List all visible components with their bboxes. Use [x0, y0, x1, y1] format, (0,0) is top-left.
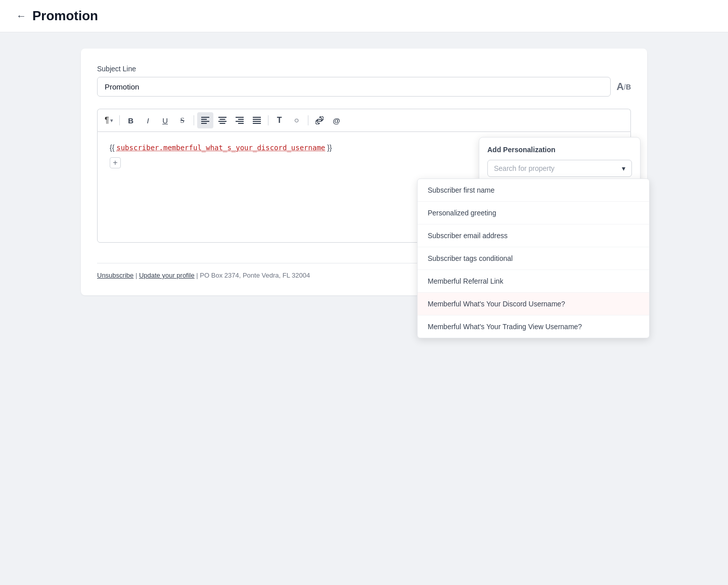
content-before: {{ — [110, 144, 116, 152]
svg-rect-11 — [238, 123, 244, 124]
bold-button[interactable]: B — [123, 112, 139, 128]
text-toolbar: ¶ ▾ B I U S T ○ — [97, 109, 631, 131]
paragraph-icon: ¶ — [105, 116, 109, 125]
subject-row: A / B — [97, 77, 631, 97]
back-button[interactable]: ← — [16, 10, 26, 22]
svg-rect-3 — [201, 123, 207, 124]
unsubscribe-link[interactable]: Unsubscribe — [97, 272, 133, 279]
subject-line-input[interactable] — [97, 77, 611, 97]
search-property-placeholder: Search for property — [494, 164, 555, 172]
svg-rect-7 — [219, 123, 225, 124]
list-item[interactable]: Memberful Referral Link — [418, 270, 649, 293]
toolbar-sep-1 — [119, 115, 120, 125]
footer-separator-1: | — [135, 272, 139, 279]
content-after: }} — [325, 144, 332, 152]
personalization-popup: Add Personalization Search for property … — [479, 137, 641, 186]
underline-button[interactable]: U — [157, 112, 173, 128]
toolbar-sep-4 — [308, 115, 308, 125]
text-size-button[interactable]: T — [271, 112, 288, 128]
link-button[interactable] — [311, 112, 328, 128]
ab-a: A — [617, 81, 624, 93]
svg-rect-5 — [219, 119, 225, 120]
item-label: Subscriber email address — [428, 232, 508, 240]
item-label: Memberful What's Your Discord Username? — [428, 300, 565, 308]
strikethrough-button[interactable]: S — [174, 112, 191, 128]
svg-rect-8 — [236, 117, 244, 118]
main-content: Subject Line A / B ¶ ▾ B I U S — [61, 32, 667, 311]
align-right-button[interactable] — [232, 112, 248, 128]
update-profile-link[interactable]: Update your profile — [139, 272, 195, 279]
align-center-button[interactable] — [214, 112, 231, 128]
svg-rect-0 — [201, 117, 209, 118]
list-item-highlighted[interactable]: Memberful What's Your Discord Username? — [418, 293, 649, 316]
personalization-dropdown-wrapper: Add Personalization Search for property … — [479, 137, 641, 186]
paragraph-chevron: ▾ — [110, 117, 113, 124]
item-label: Subscriber tags conditional — [428, 254, 513, 262]
item-label: Memberful What's Your Trading View Usern… — [428, 323, 582, 331]
subject-line-section: Subject Line A / B — [97, 65, 631, 97]
list-item[interactable]: Memberful What's Your Trading View Usern… — [418, 316, 649, 338]
italic-button[interactable]: I — [140, 112, 156, 128]
page-title: Promotion — [32, 8, 98, 24]
item-label: Subscriber first name — [428, 186, 494, 194]
circle-button[interactable]: ○ — [289, 112, 305, 128]
subject-line-label: Subject Line — [97, 65, 631, 73]
svg-rect-12 — [253, 117, 261, 118]
toolbar-sep-3 — [268, 115, 268, 125]
svg-rect-10 — [236, 121, 244, 122]
item-label: Personalized greeting — [428, 209, 496, 217]
personalization-list: Subscriber first name Personalized greet… — [417, 178, 650, 338]
item-label: Memberful Referral Link — [428, 277, 503, 285]
content-card: Subject Line A / B ¶ ▾ B I U S — [81, 49, 647, 295]
footer-address: | PO Box 2374, Ponte Vedra, FL 32004 — [196, 272, 310, 279]
add-block-button[interactable]: + — [110, 157, 121, 168]
svg-rect-4 — [218, 117, 226, 118]
list-item[interactable]: Personalized greeting — [418, 202, 649, 224]
search-chevron-icon: ▾ — [622, 164, 625, 172]
toolbar-sep-2 — [194, 115, 194, 125]
svg-rect-1 — [201, 119, 207, 120]
align-justify-button[interactable] — [249, 112, 265, 128]
align-left-button[interactable] — [197, 112, 213, 128]
list-item[interactable]: Subscriber tags conditional — [418, 247, 649, 270]
mention-button[interactable]: @ — [329, 112, 345, 128]
paragraph-dropdown[interactable]: ¶ ▾ — [102, 112, 116, 128]
list-item[interactable]: Subscriber first name — [418, 179, 649, 202]
svg-rect-2 — [201, 121, 209, 122]
page-header: ← Promotion — [0, 0, 728, 32]
search-property-dropdown[interactable]: Search for property ▾ Subscriber first n… — [487, 160, 632, 177]
svg-rect-14 — [253, 121, 261, 122]
personalization-tag: subscriber.memberful_what_s_your_discord… — [116, 144, 325, 152]
popup-title: Add Personalization — [487, 146, 632, 154]
svg-rect-15 — [253, 123, 261, 124]
list-item[interactable]: Subscriber email address — [418, 224, 649, 247]
svg-rect-9 — [238, 119, 244, 120]
ab-test-icon[interactable]: A / B — [617, 81, 631, 93]
editor-area[interactable]: {{ subscriber.memberful_what_s_your_disc… — [97, 131, 631, 243]
svg-rect-13 — [253, 119, 261, 120]
svg-rect-6 — [218, 121, 226, 122]
